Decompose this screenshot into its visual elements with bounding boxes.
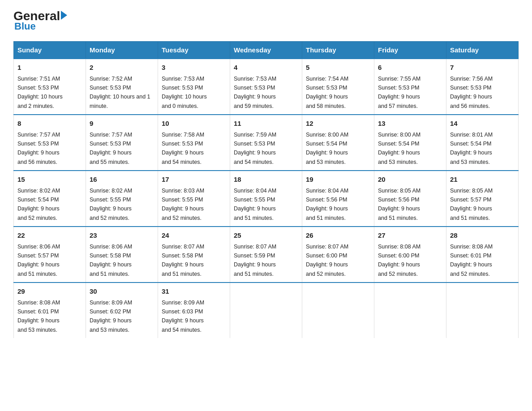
calendar-week-1: 1 Sunrise: 7:51 AMSunset: 5:53 PMDayligh…	[14, 59, 519, 115]
day-number: 9	[90, 119, 154, 129]
day-info: Sunrise: 8:00 AMSunset: 5:54 PMDaylight:…	[378, 132, 420, 165]
calendar-cell: 19 Sunrise: 8:04 AMSunset: 5:56 PMDaylig…	[302, 171, 374, 227]
day-info: Sunrise: 7:57 AMSunset: 5:53 PMDaylight:…	[17, 132, 60, 165]
col-header-wednesday: Wednesday	[230, 42, 302, 59]
day-number: 31	[162, 287, 226, 297]
col-header-sunday: Sunday	[14, 42, 86, 59]
calendar-table: SundayMondayTuesdayWednesdayThursdayFrid…	[13, 41, 519, 338]
day-info: Sunrise: 8:01 AMSunset: 5:54 PMDaylight:…	[450, 132, 493, 165]
col-header-saturday: Saturday	[446, 42, 519, 59]
day-number: 21	[450, 175, 515, 185]
logo-blue: Blue	[14, 21, 36, 32]
calendar-cell: 3 Sunrise: 7:53 AMSunset: 5:53 PMDayligh…	[158, 59, 230, 115]
day-number: 25	[234, 231, 298, 241]
calendar-cell: 31 Sunrise: 8:09 AMSunset: 6:03 PMDaylig…	[158, 283, 230, 338]
day-number: 15	[17, 175, 82, 185]
calendar-cell: 18 Sunrise: 8:04 AMSunset: 5:55 PMDaylig…	[230, 171, 302, 227]
calendar-cell: 5 Sunrise: 7:54 AMSunset: 5:53 PMDayligh…	[302, 59, 374, 115]
day-number: 19	[306, 175, 370, 185]
day-number: 6	[378, 63, 442, 73]
day-info: Sunrise: 8:06 AMSunset: 5:57 PMDaylight:…	[17, 244, 60, 277]
day-info: Sunrise: 8:04 AMSunset: 5:55 PMDaylight:…	[234, 188, 276, 221]
day-info: Sunrise: 8:05 AMSunset: 5:56 PMDaylight:…	[378, 188, 420, 221]
calendar-cell: 2 Sunrise: 7:52 AMSunset: 5:53 PMDayligh…	[86, 59, 158, 115]
calendar-cell: 15 Sunrise: 8:02 AMSunset: 5:54 PMDaylig…	[14, 171, 86, 227]
day-number: 14	[450, 119, 515, 129]
day-info: Sunrise: 7:51 AMSunset: 5:53 PMDaylight:…	[17, 76, 63, 109]
day-number: 24	[162, 231, 226, 241]
day-info: Sunrise: 8:04 AMSunset: 5:56 PMDaylight:…	[306, 188, 348, 221]
calendar-cell: 4 Sunrise: 7:53 AMSunset: 5:53 PMDayligh…	[230, 59, 302, 115]
day-number: 7	[450, 63, 515, 73]
day-info: Sunrise: 8:00 AMSunset: 5:54 PMDaylight:…	[306, 132, 348, 165]
day-number: 12	[306, 119, 370, 129]
day-number: 29	[17, 287, 82, 297]
day-info: Sunrise: 8:08 AMSunset: 6:01 PMDaylight:…	[450, 244, 493, 277]
calendar-cell	[302, 283, 374, 338]
day-number: 30	[90, 287, 154, 297]
calendar-cell: 16 Sunrise: 8:02 AMSunset: 5:55 PMDaylig…	[86, 171, 158, 227]
calendar-cell: 22 Sunrise: 8:06 AMSunset: 5:57 PMDaylig…	[14, 227, 86, 283]
calendar-cell: 10 Sunrise: 7:58 AMSunset: 5:53 PMDaylig…	[158, 115, 230, 171]
day-info: Sunrise: 8:09 AMSunset: 6:03 PMDaylight:…	[162, 300, 204, 333]
page-header: General Blue	[13, 9, 519, 32]
calendar-cell: 26 Sunrise: 8:07 AMSunset: 6:00 PMDaylig…	[302, 227, 374, 283]
day-info: Sunrise: 8:06 AMSunset: 5:58 PMDaylight:…	[90, 244, 132, 277]
day-info: Sunrise: 7:54 AMSunset: 5:53 PMDaylight:…	[306, 76, 348, 109]
day-info: Sunrise: 7:58 AMSunset: 5:53 PMDaylight:…	[162, 132, 204, 165]
day-info: Sunrise: 8:02 AMSunset: 5:54 PMDaylight:…	[17, 188, 60, 221]
calendar-cell: 27 Sunrise: 8:08 AMSunset: 6:00 PMDaylig…	[374, 227, 446, 283]
calendar-cell	[230, 283, 302, 338]
calendar-cell: 30 Sunrise: 8:09 AMSunset: 6:02 PMDaylig…	[86, 283, 158, 338]
day-number: 16	[90, 175, 154, 185]
day-info: Sunrise: 8:07 AMSunset: 5:59 PMDaylight:…	[234, 244, 276, 277]
calendar-cell: 11 Sunrise: 7:59 AMSunset: 5:53 PMDaylig…	[230, 115, 302, 171]
calendar-cell: 14 Sunrise: 8:01 AMSunset: 5:54 PMDaylig…	[446, 115, 519, 171]
calendar-cell: 29 Sunrise: 8:08 AMSunset: 6:01 PMDaylig…	[14, 283, 86, 338]
day-info: Sunrise: 8:08 AMSunset: 6:01 PMDaylight:…	[17, 300, 60, 333]
calendar-cell: 24 Sunrise: 8:07 AMSunset: 5:58 PMDaylig…	[158, 227, 230, 283]
day-number: 28	[450, 231, 515, 241]
calendar-cell	[374, 283, 446, 338]
day-number: 13	[378, 119, 442, 129]
day-info: Sunrise: 8:08 AMSunset: 6:00 PMDaylight:…	[378, 244, 420, 277]
calendar-cell: 17 Sunrise: 8:03 AMSunset: 5:55 PMDaylig…	[158, 171, 230, 227]
calendar-week-4: 22 Sunrise: 8:06 AMSunset: 5:57 PMDaylig…	[14, 227, 519, 283]
calendar-cell: 7 Sunrise: 7:56 AMSunset: 5:53 PMDayligh…	[446, 59, 519, 115]
calendar-cell: 23 Sunrise: 8:06 AMSunset: 5:58 PMDaylig…	[86, 227, 158, 283]
day-number: 5	[306, 63, 370, 73]
calendar-cell: 25 Sunrise: 8:07 AMSunset: 5:59 PMDaylig…	[230, 227, 302, 283]
day-info: Sunrise: 7:53 AMSunset: 5:53 PMDaylight:…	[162, 76, 207, 109]
day-info: Sunrise: 7:52 AMSunset: 5:53 PMDaylight:…	[90, 76, 150, 109]
calendar-cell: 1 Sunrise: 7:51 AMSunset: 5:53 PMDayligh…	[14, 59, 86, 115]
calendar-week-3: 15 Sunrise: 8:02 AMSunset: 5:54 PMDaylig…	[14, 171, 519, 227]
calendar-cell: 13 Sunrise: 8:00 AMSunset: 5:54 PMDaylig…	[374, 115, 446, 171]
day-info: Sunrise: 8:02 AMSunset: 5:55 PMDaylight:…	[90, 188, 132, 221]
day-info: Sunrise: 8:07 AMSunset: 6:00 PMDaylight:…	[306, 244, 348, 277]
col-header-tuesday: Tuesday	[158, 42, 230, 59]
day-number: 23	[90, 231, 154, 241]
calendar-cell: 9 Sunrise: 7:57 AMSunset: 5:53 PMDayligh…	[86, 115, 158, 171]
day-number: 22	[17, 231, 82, 241]
day-number: 10	[162, 119, 226, 129]
day-number: 20	[378, 175, 442, 185]
day-number: 1	[17, 63, 82, 73]
day-number: 18	[234, 175, 298, 185]
calendar-cell: 8 Sunrise: 7:57 AMSunset: 5:53 PMDayligh…	[14, 115, 86, 171]
col-header-thursday: Thursday	[302, 42, 374, 59]
logo: General Blue	[13, 9, 67, 32]
calendar-cell: 6 Sunrise: 7:55 AMSunset: 5:53 PMDayligh…	[374, 59, 446, 115]
day-number: 2	[90, 63, 154, 73]
day-info: Sunrise: 7:59 AMSunset: 5:53 PMDaylight:…	[234, 132, 276, 165]
day-info: Sunrise: 7:57 AMSunset: 5:53 PMDaylight:…	[90, 132, 132, 165]
day-info: Sunrise: 8:03 AMSunset: 5:55 PMDaylight:…	[162, 188, 204, 221]
calendar-week-5: 29 Sunrise: 8:08 AMSunset: 6:01 PMDaylig…	[14, 283, 519, 338]
day-number: 26	[306, 231, 370, 241]
day-number: 11	[234, 119, 298, 129]
calendar-cell: 21 Sunrise: 8:05 AMSunset: 5:57 PMDaylig…	[446, 171, 519, 227]
col-header-friday: Friday	[374, 42, 446, 59]
col-header-monday: Monday	[86, 42, 158, 59]
day-info: Sunrise: 7:53 AMSunset: 5:53 PMDaylight:…	[234, 76, 276, 109]
logo-arrow-icon	[61, 11, 67, 20]
calendar-cell: 12 Sunrise: 8:00 AMSunset: 5:54 PMDaylig…	[302, 115, 374, 171]
